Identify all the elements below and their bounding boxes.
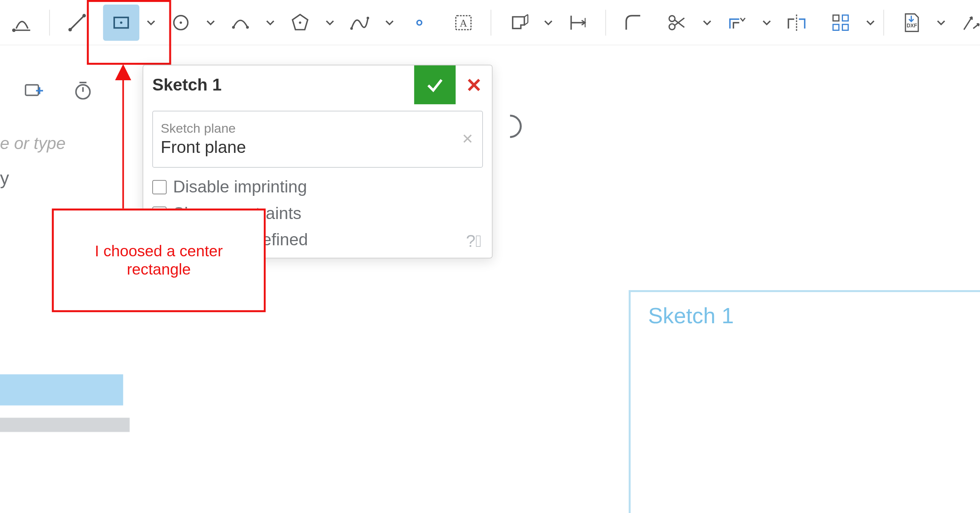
fillet-tool-icon[interactable] — [615, 4, 651, 40]
svg-point-3 — [82, 14, 86, 17]
sketch-plane-label: Sketch plane — [161, 121, 474, 136]
trim-dropdown[interactable] — [700, 4, 715, 40]
svg-point-12 — [350, 27, 353, 30]
line-tool-icon[interactable] — [59, 4, 95, 40]
polygon-dropdown[interactable] — [322, 4, 338, 40]
use-dropdown[interactable] — [540, 4, 556, 40]
dimension-tool-icon[interactable] — [560, 4, 596, 40]
trim-tool-icon[interactable] — [659, 4, 695, 40]
svg-rect-25 — [833, 15, 839, 21]
sketch-toolbar: A DXF Search tools... alt/⌥ c — [0, 0, 980, 45]
sketch-plane-field[interactable]: Sketch plane Front plane ✕ — [152, 111, 483, 168]
svg-point-7 — [180, 21, 182, 24]
spline-tool-icon[interactable] — [341, 4, 378, 40]
clear-plane-icon[interactable]: ✕ — [462, 131, 473, 148]
arc-tool-icon[interactable] — [222, 4, 258, 40]
svg-point-36 — [76, 85, 90, 99]
polygon-tool-icon[interactable] — [282, 4, 318, 40]
disable-imprinting-checkbox[interactable] — [152, 180, 166, 194]
circle-dropdown[interactable] — [203, 4, 218, 40]
svg-point-5 — [120, 21, 122, 24]
svg-rect-28 — [842, 24, 848, 30]
text-tool-icon[interactable]: A — [445, 4, 481, 40]
accept-button[interactable] — [414, 65, 456, 104]
spline-dropdown[interactable] — [382, 4, 397, 40]
svg-line-1 — [70, 15, 84, 29]
svg-point-9 — [246, 25, 249, 28]
svg-point-11 — [299, 21, 301, 24]
svg-point-21 — [669, 15, 675, 21]
dxf-dropdown[interactable] — [933, 4, 949, 40]
svg-point-14 — [417, 20, 422, 25]
timer-icon[interactable] — [71, 79, 94, 106]
disable-imprinting-option[interactable]: Disable imprinting — [152, 177, 483, 197]
point-tool-icon[interactable] — [401, 4, 437, 40]
feature-list-fragment: y — [0, 168, 9, 189]
arc-dropdown[interactable] — [263, 4, 278, 40]
rectangle-tool-icon[interactable] — [103, 4, 139, 40]
dxf-tool-icon[interactable]: DXF — [893, 4, 929, 40]
final-op-icon[interactable] — [494, 110, 527, 143]
sketch-tool-icon[interactable] — [4, 4, 40, 40]
pattern-tool-icon[interactable] — [822, 4, 859, 40]
svg-text:A: A — [460, 17, 467, 29]
annotation-box-1: I choosed a center rectangle — [52, 208, 266, 312]
disable-imprinting-label: Disable imprinting — [173, 177, 307, 197]
svg-point-20 — [669, 24, 675, 29]
svg-point-13 — [367, 16, 369, 19]
svg-point-0 — [12, 28, 16, 32]
sketch-name-label: Sketch 1 — [648, 303, 734, 328]
circle-tool-icon[interactable] — [163, 4, 199, 40]
feature-panel-icons — [22, 79, 95, 106]
svg-rect-27 — [833, 24, 839, 30]
offset-dropdown[interactable] — [759, 4, 774, 40]
pattern-dropdown[interactable] — [863, 4, 878, 40]
annotation-text-1: I choosed a center rectangle — [62, 242, 256, 278]
sketch-plane-value: Front plane — [161, 137, 474, 157]
svg-rect-26 — [842, 15, 848, 21]
cancel-button[interactable]: ✕ — [456, 65, 492, 104]
mirror-tool-icon[interactable] — [778, 4, 814, 40]
add-feature-icon[interactable] — [22, 79, 45, 106]
feature-selected-row[interactable] — [0, 374, 123, 405]
rectangle-dropdown[interactable] — [143, 4, 159, 40]
transform-tool-icon[interactable] — [953, 4, 980, 40]
feature-rollback-bar[interactable] — [0, 418, 130, 432]
feature-filter-input[interactable]: e or type — [0, 133, 65, 154]
help-icon[interactable]: ?⃝ — [466, 231, 482, 251]
svg-text:DXF: DXF — [907, 22, 917, 28]
svg-point-2 — [69, 28, 72, 31]
svg-point-8 — [232, 25, 235, 28]
use-tool-icon[interactable] — [500, 4, 537, 40]
offset-tool-icon[interactable] — [719, 4, 755, 40]
svg-line-22 — [674, 19, 684, 27]
sketch-dialog-title: Sketch 1 — [152, 75, 221, 95]
svg-line-23 — [674, 17, 684, 25]
